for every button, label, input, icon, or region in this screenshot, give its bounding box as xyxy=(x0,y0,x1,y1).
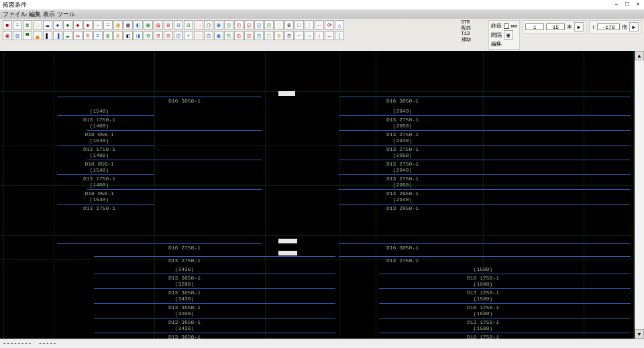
toolbar-button[interactable]: ◰ xyxy=(234,20,244,30)
toolbar-button[interactable]: ▢ xyxy=(204,31,213,40)
toolbar-button[interactable]: ≡ xyxy=(103,20,113,30)
toolbar-button[interactable]: ≣ xyxy=(23,20,32,30)
minimize-button[interactable]: – xyxy=(613,1,620,8)
toolbar-button[interactable]: ▀ xyxy=(23,31,32,40)
checkbox[interactable] xyxy=(504,23,509,29)
toolbar-button[interactable]: ▦ xyxy=(113,20,123,30)
toolbar-button[interactable]: ⊞ xyxy=(144,31,153,40)
toolbar-button[interactable]: ▤ xyxy=(13,31,22,40)
rebar-label: D10 1750-1 xyxy=(467,275,499,281)
menu-item[interactable]: 表示 xyxy=(43,10,55,19)
input-field[interactable]: 15 xyxy=(546,23,565,30)
scroll-down-button[interactable]: ▼ xyxy=(635,329,644,339)
toolbar-button[interactable]: ■ xyxy=(3,20,12,30)
toolbar-button[interactable]: ◱ xyxy=(244,20,254,30)
length-label: (3290) xyxy=(175,281,195,287)
toolbar-button[interactable]: □ xyxy=(194,31,203,40)
toolbar-button[interactable]: ▢ xyxy=(204,20,213,30)
panel-label: 編集 xyxy=(491,40,502,48)
toolbar-button[interactable]: ◆ xyxy=(63,20,72,30)
toolbar-button[interactable]: ⊞ xyxy=(284,20,294,30)
toolbar-button[interactable]: ⊟ xyxy=(174,20,183,30)
toolbar-button[interactable]: ≡ xyxy=(93,31,103,40)
scroll-track[interactable] xyxy=(635,60,644,329)
maximize-button[interactable]: □ xyxy=(624,1,631,8)
toolbar-button[interactable]: ◆ xyxy=(53,20,62,30)
toolbar-button[interactable]: □ xyxy=(194,20,203,30)
toolbar-button[interactable]: ↕ xyxy=(315,31,324,40)
toolbar-button[interactable]: ▬ xyxy=(63,31,72,40)
input-field[interactable]: -170 xyxy=(597,23,620,30)
canvas-wrap: D16 3050-1(1540)D13 1750-1(1400)D10 950-… xyxy=(0,51,644,339)
toolbar-button[interactable]: │ xyxy=(335,31,344,40)
length-label: (1580) xyxy=(474,310,493,316)
toolbar-button[interactable]: ◨ xyxy=(133,31,143,40)
toolbar-button[interactable]: ◰ xyxy=(224,31,233,40)
toolbar-button[interactable]: ▐ xyxy=(53,31,62,40)
toolbar-button[interactable]: ⋯ xyxy=(294,31,304,40)
grid-line xyxy=(0,235,635,236)
toolbar-button[interactable]: ◱ xyxy=(234,31,244,40)
toolbar-button[interactable]: ◧ xyxy=(123,31,133,40)
toolbar-button[interactable]: ⊞ xyxy=(164,20,173,30)
menu-item[interactable]: ツール xyxy=(57,10,75,19)
toolbar-button[interactable]: ◆ xyxy=(73,20,83,30)
toolbar-button[interactable]: △ xyxy=(335,20,344,30)
toolbar-button[interactable]: ▬ xyxy=(43,20,52,30)
toolbar-right: 鉄筋 mm 間隔 ▣ 編集 1 15 本 ▶ ↕ -170 xyxy=(488,20,641,50)
toolbar-button[interactable]: ▣ xyxy=(214,20,223,30)
toolbar-button[interactable]: ▌ xyxy=(43,31,52,40)
toolbar-button[interactable]: ⊞ xyxy=(274,31,284,40)
toolbar-button[interactable]: ⋯ xyxy=(93,20,103,30)
toolbar-button[interactable]: ⋮ xyxy=(305,20,314,30)
toolbar-button[interactable]: ⟳ xyxy=(325,20,334,30)
toolbar-button[interactable]: ▧ xyxy=(123,20,133,30)
toolbar-button[interactable]: ⊟ xyxy=(284,31,294,40)
toolbar-button[interactable]: ◧ xyxy=(133,20,143,30)
close-button[interactable]: × xyxy=(635,1,641,8)
toolbar-button[interactable]: ≡ xyxy=(13,20,22,30)
grid-line xyxy=(376,51,376,339)
toolbar-button[interactable]: □ xyxy=(294,20,304,30)
toolbar-button[interactable]: ≣ xyxy=(103,31,113,40)
menu-item[interactable]: 編集 xyxy=(29,10,41,19)
toolbar-button[interactable]: ◲ xyxy=(254,20,264,30)
toolbar-button[interactable]: ⊡ xyxy=(184,20,193,30)
rebar-label: D10 1750-1 xyxy=(467,304,499,310)
scroll-up-button[interactable]: ▲ xyxy=(635,51,644,60)
go-button[interactable]: ▶ xyxy=(574,22,584,32)
toolbar-button[interactable]: ◲ xyxy=(244,31,254,40)
toolbar-button[interactable]: ≣ xyxy=(113,31,123,40)
toolbar-button[interactable]: + xyxy=(184,31,193,40)
drawing-canvas[interactable]: D16 3050-1(1540)D13 1750-1(1400)D10 950-… xyxy=(0,51,635,339)
toolbar-button[interactable]: ◫ xyxy=(174,31,183,40)
toolbar-button[interactable]: ◳ xyxy=(264,20,274,30)
toolbar-button[interactable]: ⬚ xyxy=(274,20,284,30)
vertical-scrollbar[interactable]: ▲ ▼ xyxy=(635,51,644,339)
toolbar-button[interactable]: ≡ xyxy=(83,31,93,40)
panel-button[interactable]: ▣ xyxy=(504,30,513,40)
toolbar-button[interactable]: ↔ xyxy=(315,20,324,30)
toolbar-button[interactable]: ▄ xyxy=(33,31,42,40)
rebar-line xyxy=(57,204,154,205)
toolbar-button[interactable]: ▣ xyxy=(3,31,12,40)
input-field[interactable]: 1 xyxy=(525,23,544,30)
toolbar-button[interactable]: ⊟ xyxy=(154,31,163,40)
toolbar-button[interactable]: ◆ xyxy=(83,20,93,30)
grid-line xyxy=(0,259,635,259)
toolbar-button[interactable]: ◫ xyxy=(224,20,233,30)
rebar-label: D13 3650-1 xyxy=(168,334,201,339)
toolbar-button[interactable]: ↔ xyxy=(305,31,314,40)
window-controls: – □ × xyxy=(613,1,641,8)
toolbar-button[interactable]: ▣ xyxy=(214,31,223,40)
toolbar-button[interactable]: ⬚ xyxy=(264,31,274,40)
toolbar-button[interactable]: ▣ xyxy=(144,20,153,30)
toolbar-button[interactable]: ― xyxy=(325,31,334,40)
toolbar-button[interactable]: ▤ xyxy=(154,20,163,30)
toolbar-button[interactable]: ◳ xyxy=(254,31,264,40)
toolbar-button[interactable]: □ xyxy=(33,20,42,30)
toolbar-button[interactable]: ⊡ xyxy=(164,31,173,40)
go-button[interactable]: ▶ xyxy=(629,22,639,32)
menu-item[interactable]: ファイル xyxy=(3,10,27,19)
toolbar-button[interactable]: ▭ xyxy=(73,31,83,40)
